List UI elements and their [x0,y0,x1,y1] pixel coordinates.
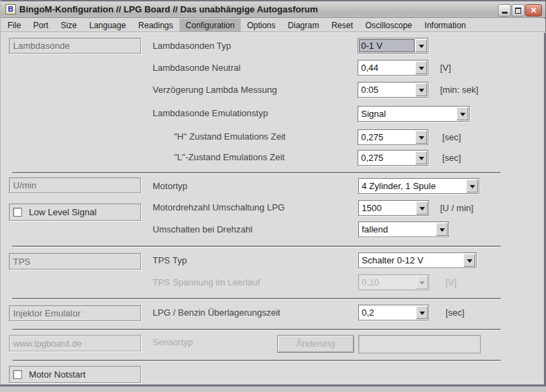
group-label-text: U/min [13,180,36,190]
down-arrow-icon [419,312,425,315]
menu-item-configuration[interactable]: Configuration [179,19,241,32]
l-zustand-combobox[interactable]: 0,275 [358,150,428,166]
window-title: BingoM-Konfiguration // LPG Board // Das… [19,4,318,14]
down-arrow-icon [467,259,472,263]
unit-volt-disabled: [V] [446,277,457,287]
menu-item-size[interactable]: Size [54,19,83,32]
down-arrow-icon [460,113,466,116]
group-label-text: Injektor Emulator [13,308,80,318]
emulationstyp-combobox[interactable]: Signal [358,106,470,122]
minimize-button[interactable] [498,4,511,17]
window-border-left [0,0,1,386]
section-divider [12,298,501,299]
group-label-text: TPS [13,257,30,267]
close-button[interactable]: ✕ [525,4,542,17]
motordrehzahl-value: 1500 [360,202,415,215]
umschalten-value: fallend [360,223,435,236]
label-sensortyp: Sensortyp [153,337,193,347]
down-arrow-icon [419,157,424,160]
down-arrow-icon [419,207,425,210]
low-level-signal-checkbox[interactable] [13,208,22,217]
unit-u-min: [U / min] [440,203,473,213]
minimize-icon [502,12,507,14]
label-tps-typ: TPS Typ [153,255,187,265]
ueberlagerung-combobox[interactable]: 0,2 [358,305,429,320]
label-lambdasonden-typ: Lambdasonden Typ [153,41,231,51]
label-verzoegerung: Verzögerung Lambda Messung [153,85,277,95]
app-window: B BingoM-Konfiguration // LPG Board // D… [0,0,546,392]
label-emulationstyp: Lambdasonde Emulationstyp [153,108,268,118]
unit-sec: [sec] [442,153,461,163]
motor-notstart-label: Motor Notstart [29,369,85,380]
label-tps-spannung: TPS Spannung im Leerlauf [153,277,260,287]
motortyp-value: 4 Zylinder, 1 Spule [360,179,466,193]
menu-item-options[interactable]: Options [241,19,281,32]
down-arrow-icon [419,67,424,70]
menu-item-diagram[interactable]: Diagram [282,19,325,32]
tps-typ-value: Schalter 0-12 V [360,254,463,267]
chevron-down-icon[interactable] [415,131,427,144]
umschalten-combobox[interactable]: fallend [358,221,449,237]
unit-sec: [sec] [446,307,464,318]
chevron-down-icon[interactable] [415,39,427,52]
h-zustand-combobox[interactable]: 0,275 [358,129,428,145]
lambda-neutral-combobox[interactable]: 0,44 [358,60,428,76]
menu-item-file[interactable]: File [1,19,27,32]
verzoegerung-combobox[interactable]: 0:05 [358,82,428,98]
unit-sec: [sec] [442,132,461,142]
motor-notstart-box: Motor Notstart [9,366,141,383]
motortyp-combobox[interactable]: 4 Zylinder, 1 Spule [358,178,479,194]
chevron-down-icon[interactable] [416,306,428,319]
chevron-down-icon[interactable] [457,107,468,120]
titlebar: B BingoM-Konfiguration // LPG Board // D… [1,1,545,18]
chevron-down-icon[interactable] [416,202,428,215]
label-lambdasonde-neutral: Lambdasonde Neutral [153,63,241,73]
verzoegerung-value: 0:05 [359,83,415,96]
ueberlagerung-value: 0,2 [360,306,415,319]
emulationstyp-value: Signal [359,107,456,120]
label-ueberlagerung: LPG / Benzin Überlagerungszeit [153,307,281,318]
menu-item-information[interactable]: Information [418,19,472,32]
maximize-icon [515,8,521,14]
section-divider [12,360,501,361]
aenderung-button: Änderung [277,335,354,353]
lambda-neutral-value: 0,44 [359,61,415,74]
unit-volt: [V] [440,63,451,73]
chevron-down-icon[interactable] [415,151,427,164]
down-arrow-icon [419,45,424,48]
label-l-zustand: "L"-Zustand Emulations Zeit [174,152,285,162]
motordrehzahl-combobox[interactable]: 1500 [358,200,429,216]
down-arrow-icon [419,89,424,92]
menu-item-port[interactable]: Port [27,19,54,32]
desktop-strip [0,386,546,392]
low-level-signal-label: Low Level Signal [29,207,96,217]
group-label-lambdasonde: Lambdasonde [9,38,141,54]
l-zustand-value: 0,275 [359,151,415,164]
maximize-button[interactable] [512,4,525,17]
down-arrow-icon [419,281,425,285]
menu-item-readings[interactable]: Readings [132,19,179,32]
label-motortyp: Motortyp [153,181,188,191]
unit-min-sek: [min: sek] [440,85,479,95]
section-divider [12,172,501,173]
chevron-down-icon[interactable] [436,223,448,236]
section-divider [12,246,501,247]
low-level-signal-box: Low Level Signal [9,204,141,221]
lambda-typ-combobox[interactable]: 0-1 V [358,38,428,54]
label-umschalten: Umschalten bei Drehzahl [153,224,252,235]
group-label-injektor: Injektor Emulator [9,305,141,321]
chevron-down-icon [416,276,428,289]
menu-item-oscilloscope[interactable]: Oscilloscope [359,19,418,32]
tps-typ-combobox[interactable]: Schalter 0-12 V [358,252,477,268]
group-label-umin: U/min [9,177,141,193]
chevron-down-icon[interactable] [466,179,478,193]
close-icon: ✕ [530,5,537,16]
chevron-down-icon[interactable] [415,61,427,74]
down-arrow-icon [439,228,445,232]
motor-notstart-checkbox[interactable] [13,370,22,379]
section-divider [12,329,501,330]
menu-item-reset[interactable]: Reset [325,19,359,32]
chevron-down-icon[interactable] [415,83,427,96]
chevron-down-icon[interactable] [463,254,475,267]
menu-item-language[interactable]: Language [83,19,132,32]
